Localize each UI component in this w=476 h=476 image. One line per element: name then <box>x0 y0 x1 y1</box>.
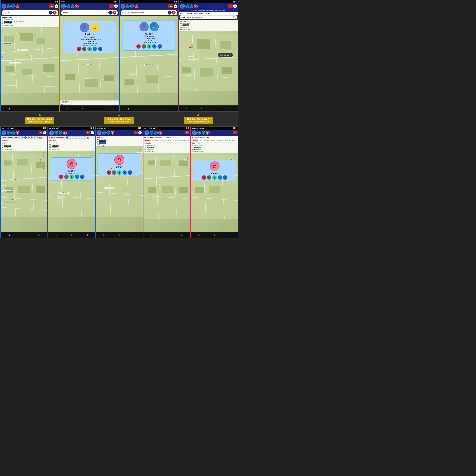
driver-option-delivery[interactable]: 🚚 Delivery driver <box>2 25 58 26</box>
bp3-back[interactable]: □ <box>103 234 105 236</box>
bp2-seat-5[interactable]: 5 <box>81 136 83 139</box>
bp5-home[interactable]: ○ <box>214 234 215 236</box>
lina-phone-bp3[interactable]: 📞 <box>128 170 132 175</box>
bp3-option-taxi[interactable]: 🚕Taxi driver <box>97 140 142 142</box>
bp3-chevron[interactable]: ≫ <box>134 131 138 134</box>
nav-icon-location-4[interactable]: 📍 <box>190 4 193 8</box>
recent-btn[interactable]: □ <box>51 107 52 110</box>
phone-1-search[interactable]: ▶ ✕ <box>2 10 58 15</box>
phone-3-close-btn[interactable]: ✕ <box>172 11 175 15</box>
phone-4-driver-private[interactable]: 🚗Private driver <box>180 23 237 24</box>
lina-whatsapp-bp3[interactable]: 📱 <box>117 170 121 175</box>
bp5-chevron[interactable]: ≫ <box>233 131 237 134</box>
bp4-icon-trash[interactable]: 🗑 <box>158 131 162 135</box>
nav-info-4[interactable]: ⊕ <box>233 4 237 8</box>
bp1-info[interactable]: ⊕ <box>43 131 47 134</box>
seat-1[interactable]: 1 <box>21 136 24 139</box>
seat-5[interactable]: 5 <box>33 136 35 139</box>
search-icon-4[interactable]: 🔍 <box>233 16 236 19</box>
phone-2-close-btn[interactable]: ✕ <box>112 11 116 15</box>
driver-option-private[interactable]: 🚗 Private driver <box>2 19 58 20</box>
lina-chat-bp2[interactable]: 🗨 <box>64 174 68 179</box>
recent-btn-3[interactable]: □ <box>170 107 171 110</box>
action-whatsapp-bus[interactable]: 📱 <box>147 44 151 49</box>
lina-phone-bp2[interactable]: 📞 <box>80 174 85 179</box>
bp2-seat-1[interactable]: 1 <box>69 136 71 139</box>
action-warn-bus[interactable]: ⚠ <box>136 44 141 49</box>
lina-telegram-bp2[interactable]: ✈ <box>75 174 79 179</box>
phone-1-close-btn[interactable]: ✕ <box>53 11 56 15</box>
bp5-icon-location[interactable]: 📍 <box>202 131 205 135</box>
bp1-home[interactable]: ○ <box>23 234 25 236</box>
seat-6[interactable]: 6 <box>36 136 38 139</box>
action-phone[interactable]: 📞 <box>98 47 102 51</box>
track-id-radio[interactable] <box>199 13 201 14</box>
bp4-recent[interactable]: □ <box>181 234 183 236</box>
bp2-seat-4[interactable]: 4 <box>78 136 80 139</box>
bp3-icon-trash[interactable]: 🗑 <box>111 131 114 135</box>
track-phone-option[interactable]: Track using phone number <box>180 13 198 14</box>
bp4-option-private[interactable]: 🚗Private driver <box>144 145 189 146</box>
phone-4-tracking-search[interactable]: 🔍 <box>180 15 237 19</box>
bp1-option-bus[interactable]: 🚌Bus driver <box>1 147 47 148</box>
bp4-country-code[interactable]: Algeria <box>144 139 151 142</box>
bp3-icon-location[interactable]: 📍 <box>106 131 110 135</box>
bp4-phone-input[interactable] <box>152 139 189 142</box>
bp4-track-id-option[interactable]: Track using ID <box>164 136 174 138</box>
bp5-option-bus[interactable]: 🚌Bus driver <box>192 149 237 150</box>
bp5-recent[interactable]: □ <box>229 234 230 236</box>
bp4-option-bus[interactable]: 🚌Bus driver <box>144 149 189 150</box>
bp4-track-id-radio[interactable] <box>164 137 165 138</box>
action-telegram-bus[interactable]: ✈ <box>152 44 156 49</box>
bp2-back[interactable]: □ <box>56 234 57 236</box>
bp2-recent[interactable]: □ <box>86 234 87 236</box>
nav-icon-refresh-4[interactable]: ↺ <box>186 4 189 8</box>
phone-2-search[interactable]: ▶ ✕ <box>61 10 118 15</box>
seat-2[interactable]: 2 <box>24 136 27 139</box>
bp3-info[interactable]: ⊕ <box>138 131 142 134</box>
driver-option-bus[interactable]: 🚌 Bus driver <box>2 23 58 24</box>
nav-chevron-4[interactable]: ≫ <box>228 4 233 8</box>
up-btn-3[interactable]: ↑ <box>141 107 143 110</box>
bp5-option-delivery[interactable]: 🚚Delivery driver <box>192 151 237 152</box>
nav-chevron-2[interactable]: ≫ <box>109 4 114 8</box>
bp2-chevron[interactable]: ≫ <box>86 131 90 134</box>
track-phone-radio[interactable] <box>180 13 182 14</box>
recent-btn-2[interactable]: □ <box>110 107 112 110</box>
seat-0[interactable]: 0 <box>18 136 21 139</box>
bp2-seat-2[interactable]: 2 <box>72 136 74 139</box>
bp4-option-taxi[interactable]: 🚕Taxi driver <box>144 147 189 148</box>
nav-icon-location-2[interactable]: 📍 <box>71 4 74 8</box>
bp4-home[interactable]: ○ <box>166 234 168 236</box>
phone-4-driver-bus[interactable]: 🚌Bus driver <box>180 26 237 28</box>
bp1-option-taxi[interactable]: 🚕Taxi driver <box>1 145 47 147</box>
phone-3-search[interactable]: ▶ ✕ <box>121 10 177 15</box>
bp3-option-delivery[interactable]: 🚚Delivery driver <box>97 144 142 146</box>
action-chat-bus[interactable]: 🗨 <box>142 44 146 49</box>
nav-icon-trash[interactable]: 🗑 <box>16 4 19 8</box>
nav-info-2[interactable]: ⊕ <box>114 4 118 8</box>
back-btn-3[interactable]: ◁ <box>127 107 129 110</box>
lina-warn-bp5[interactable]: ⚠ <box>202 175 206 180</box>
home-btn-3[interactable]: ○ <box>155 107 157 110</box>
bp2-option-private[interactable]: 🚗Private driver <box>49 143 94 145</box>
driver-option-taxi[interactable]: 🚕 Taxi driver Juice Zone - Tébessa <box>2 21 58 23</box>
bp1-icon-trash[interactable]: 🗑 <box>16 131 19 135</box>
lina-telegram-bp5[interactable]: ✈ <box>218 175 222 180</box>
bp4-chevron[interactable]: ≫ <box>185 131 189 134</box>
lina-whatsapp-bp5[interactable]: 📱 <box>212 175 217 180</box>
phone-1-send-btn[interactable]: ▶ <box>49 11 52 15</box>
lina-warn-bp3[interactable]: ⚠ <box>107 170 111 175</box>
phone-2-driver-private[interactable]: 🚗Private driver <box>61 103 118 105</box>
bp5-icon-refresh[interactable]: ↺ <box>197 131 201 135</box>
nav-info-3[interactable]: ⊕ <box>174 4 177 8</box>
home-btn-4[interactable]: ○ <box>215 107 216 110</box>
nav-icon-refresh-3[interactable]: ↺ <box>126 4 130 8</box>
nav-icon-chevron[interactable]: ≫ <box>49 4 54 8</box>
phone-1-search-input[interactable] <box>3 12 49 14</box>
bp2-option-bus[interactable]: 🚌Bus driver <box>49 147 94 148</box>
action-phone-bus[interactable]: 📞 <box>157 44 162 49</box>
up-btn-4[interactable]: ↑ <box>201 107 202 110</box>
nav-icon-location-3[interactable]: 📍 <box>130 4 134 8</box>
bp2-seats-arrow[interactable]: ≫ <box>87 137 89 138</box>
